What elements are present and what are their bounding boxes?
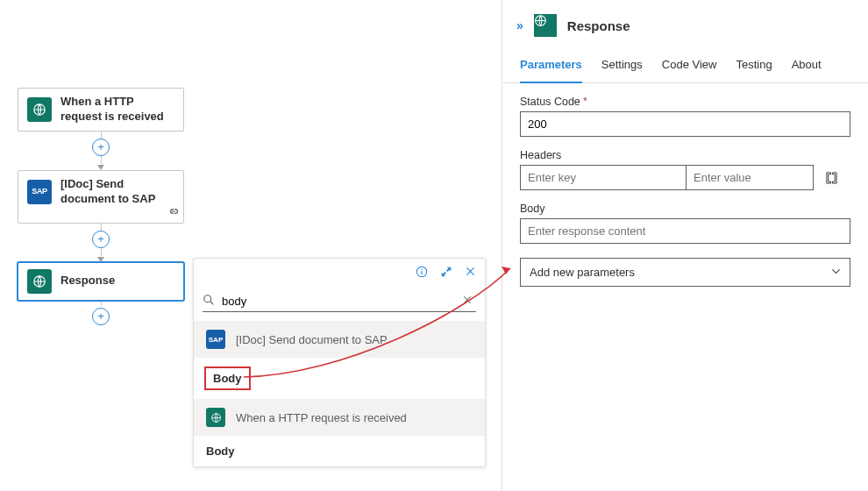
close-icon[interactable] (465, 266, 476, 281)
panel-title: Response (567, 18, 630, 33)
tab-testing[interactable]: Testing (736, 49, 772, 82)
connector: + (18, 132, 184, 170)
chevron-down-icon (831, 267, 841, 279)
arrow-down-icon (97, 257, 104, 262)
header-key-input[interactable] (520, 165, 687, 190)
node-label: Response (60, 274, 174, 288)
expand-icon[interactable] (440, 266, 452, 281)
tab-about[interactable]: About (792, 49, 822, 82)
node-label: When a HTTP request is received (60, 95, 174, 125)
group-label: [IDoc] Send document to SAP (236, 333, 388, 346)
info-icon[interactable] (416, 266, 428, 281)
add-parameters-dropdown[interactable]: Add new parameters (520, 258, 850, 287)
node-http-trigger[interactable]: When a HTTP request is received (18, 88, 184, 132)
status-code-input[interactable] (520, 111, 850, 137)
tabs: Parameters Settings Code View Testing Ab… (502, 49, 868, 83)
header-value-input[interactable] (687, 165, 814, 190)
headers-label: Headers (520, 149, 850, 161)
svg-rect-3 (421, 271, 422, 274)
svg-point-5 (204, 295, 211, 302)
collapse-panel-button[interactable]: » (516, 18, 523, 32)
token-group-sap: SAP [IDoc] Send document to SAP (194, 321, 485, 358)
connector: + (18, 301, 184, 325)
body-label: Body (520, 203, 850, 215)
details-panel: » Response Parameters Settings Code View… (502, 0, 868, 491)
sap-icon: SAP (206, 330, 225, 349)
globe-icon (206, 408, 225, 427)
clear-icon[interactable] (459, 295, 476, 308)
link-icon (166, 206, 180, 221)
add-step-button[interactable]: + (92, 139, 110, 156)
token-search[interactable] (203, 291, 476, 312)
text-mode-button[interactable] (819, 165, 843, 190)
search-icon (203, 294, 215, 309)
add-step-button[interactable]: + (92, 231, 110, 248)
svg-rect-4 (421, 269, 422, 270)
search-input[interactable] (222, 291, 452, 311)
node-sap[interactable]: SAP [IDoc] Send document to SAP (18, 170, 184, 224)
token-group-http: When a HTTP request is received (194, 399, 485, 436)
token-label: Body (206, 445, 235, 458)
arrow-down-icon (97, 165, 104, 170)
token-body-http[interactable]: Body (194, 436, 485, 466)
status-code-label: Status Code * (520, 96, 850, 108)
token-picker: SAP [IDoc] Send document to SAP Body Whe… (193, 258, 486, 467)
node-response[interactable]: Response (18, 262, 184, 301)
tab-codeview[interactable]: Code View (662, 49, 717, 82)
globe-icon (27, 97, 52, 122)
globe-icon (27, 269, 52, 294)
globe-icon (534, 14, 557, 37)
node-label: [IDoc] Send document to SAP (60, 177, 174, 207)
add-parameters-label: Add new parameters (530, 266, 635, 279)
body-input[interactable] (520, 218, 850, 244)
token-label: Body (204, 366, 251, 390)
tab-settings[interactable]: Settings (601, 49, 643, 82)
tab-parameters[interactable]: Parameters (520, 49, 582, 83)
group-label: When a HTTP request is received (236, 411, 407, 424)
sap-icon: SAP (27, 180, 52, 204)
connector: + (18, 224, 184, 262)
token-body-sap[interactable]: Body (194, 358, 485, 399)
workflow-canvas: When a HTTP request is received + SAP [I… (18, 88, 184, 325)
add-step-button[interactable]: + (92, 308, 110, 325)
